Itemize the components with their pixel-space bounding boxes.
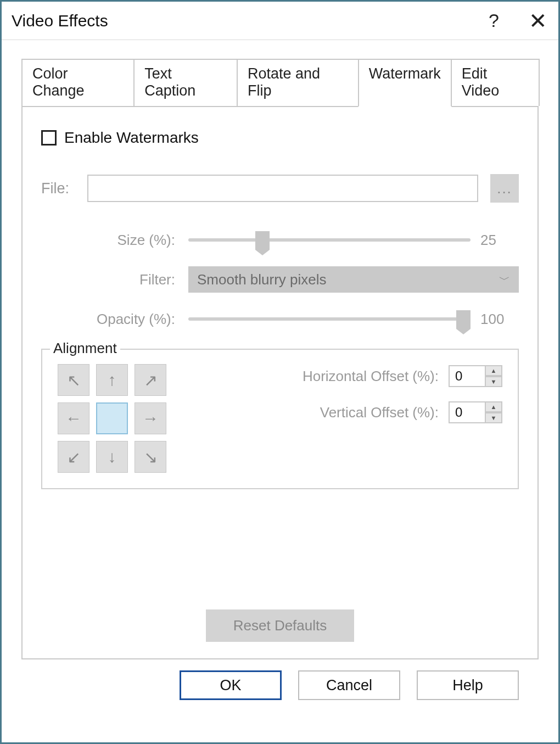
voffset-down[interactable]: ▼ [485,412,502,423]
size-slider[interactable] [188,230,471,250]
hoffset-down[interactable]: ▼ [485,376,502,387]
opacity-slider[interactable] [188,309,471,329]
align-left[interactable]: ← [58,402,89,434]
close-icon[interactable]: ✕ [529,8,547,33]
window-title: Video Effects [12,12,108,30]
align-top[interactable]: ↑ [96,364,128,396]
file-label: File: [41,180,75,197]
alignment-legend: Alignment [50,340,120,357]
align-top-right[interactable]: ↗ [135,364,166,396]
cancel-button[interactable]: Cancel [298,670,400,700]
hoffset-value[interactable]: 0 [449,365,485,387]
filter-label: Filter: [41,271,178,288]
size-label: Size (%): [41,232,178,249]
title-bar: Video Effects ? ✕ [2,2,558,40]
align-bottom-left[interactable]: ↙ [58,441,89,473]
enable-watermarks-checkbox[interactable] [41,130,57,146]
tab-edit-video[interactable]: Edit Video [451,59,540,106]
opacity-label: Opacity (%): [41,311,178,328]
opacity-slider-thumb[interactable] [456,310,471,329]
tab-rotate-flip[interactable]: Rotate and Flip [237,59,359,106]
voffset-up[interactable]: ▲ [485,401,502,412]
alignment-grid: ↖ ↑ ↗ ← → ↙ ↓ ↘ [58,364,166,473]
hoffset-label: Horizontal Offset (%): [199,368,439,385]
tab-text-caption[interactable]: Text Caption [133,59,238,106]
align-right[interactable]: → [135,402,166,434]
filter-select[interactable]: Smooth blurry pixels ﹀ [188,266,519,293]
align-bottom-right[interactable]: ↘ [135,441,166,473]
help-icon[interactable]: ? [489,10,499,31]
chevron-down-icon: ﹀ [499,272,510,287]
tab-bar: Color Change Text Caption Rotate and Fli… [21,59,539,107]
watermark-panel: Enable Watermarks File: ... Size (%): 25… [21,107,539,659]
opacity-value: 100 [480,311,519,328]
hoffset-spinner[interactable]: 0 ▲ ▼ [449,365,502,387]
align-center[interactable] [96,402,128,434]
tab-watermark[interactable]: Watermark [358,59,452,107]
voffset-label: Vertical Offset (%): [199,404,439,421]
help-button[interactable]: Help [417,670,519,700]
file-input[interactable] [87,175,478,202]
enable-watermarks-label: Enable Watermarks [64,129,199,147]
tab-color-change[interactable]: Color Change [21,59,135,106]
filter-value: Smooth blurry pixels [197,271,327,288]
size-value: 25 [480,232,519,249]
alignment-group: Alignment ↖ ↑ ↗ ← → ↙ ↓ ↘ Horizontal Off… [41,349,519,489]
ok-button[interactable]: OK [180,670,282,700]
align-top-left[interactable]: ↖ [58,364,89,396]
size-slider-thumb[interactable] [255,231,270,250]
hoffset-up[interactable]: ▲ [485,365,502,376]
align-bottom[interactable]: ↓ [96,441,128,473]
voffset-spinner[interactable]: 0 ▲ ▼ [449,401,502,423]
voffset-value[interactable]: 0 [449,401,485,423]
reset-defaults-button[interactable]: Reset Defaults [206,609,355,642]
browse-button[interactable]: ... [490,174,519,203]
